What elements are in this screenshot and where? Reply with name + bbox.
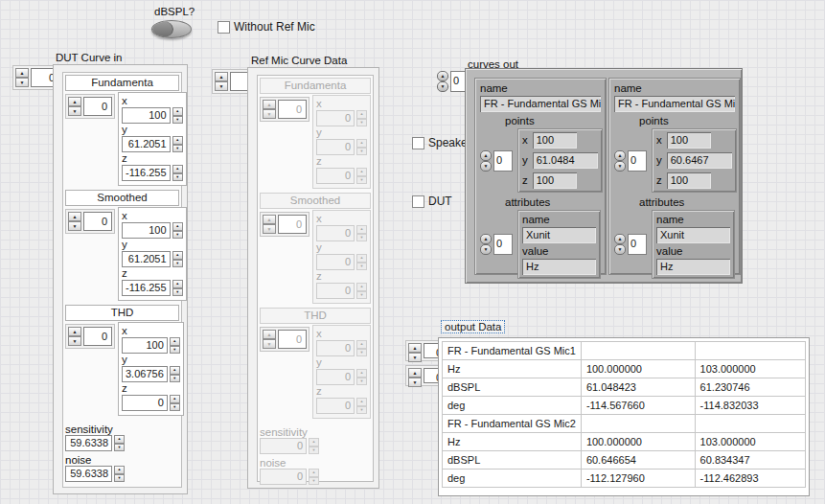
checkbox-unchecked-icon[interactable] (412, 137, 424, 149)
decrement-icon[interactable]: ▼ (614, 244, 626, 255)
index-value[interactable]: 0 (493, 150, 513, 172)
without-ref-mic-checkbox[interactable]: Without Ref Mic (218, 20, 315, 34)
decrement-icon[interactable]: ▼ (15, 78, 29, 87)
decrement-icon[interactable]: ▼ (114, 474, 125, 483)
increment-icon[interactable]: ▲ (172, 165, 183, 173)
decrement-icon[interactable]: ▼ (172, 288, 183, 297)
index-value[interactable]: 0 (83, 212, 112, 231)
table-row: deg-114.567660-114.832033 (443, 397, 806, 415)
increment-icon[interactable]: ▲ (480, 234, 492, 244)
decrement-icon[interactable]: ▼ (114, 444, 125, 452)
attributes-index[interactable]: ▲▼ 0 (614, 234, 647, 255)
decrement-icon[interactable]: ▼ (68, 336, 81, 346)
dut-thd-z[interactable]: 0▲▼ (122, 395, 180, 411)
increment-icon[interactable]: ▲ (68, 327, 81, 336)
dut-smoothed-x[interactable]: 100▲▼ (122, 222, 183, 239)
dut-fundamental-x[interactable]: 100▲▼ (122, 107, 183, 124)
points-index[interactable]: ▲▼ 0 (614, 150, 647, 172)
index-value[interactable]: 0 (493, 234, 513, 255)
index-value[interactable]: 0 (83, 97, 112, 116)
increment-icon: ▲ (356, 283, 367, 291)
decrement-icon[interactable]: ▼ (480, 161, 492, 172)
decrement-icon[interactable]: ▼ (480, 244, 492, 255)
decrement-icon[interactable]: ▼ (172, 231, 183, 240)
decrement-icon[interactable]: ▼ (437, 81, 448, 92)
decrement-icon[interactable]: ▼ (614, 161, 626, 172)
increment-icon[interactable]: ▲ (15, 68, 29, 78)
dbspl-toggle[interactable] (151, 20, 192, 38)
dut-fundamental-z[interactable]: -116.255▲▼ (122, 165, 183, 181)
dut-smoothed-index[interactable]: ▲▼ 0 (65, 209, 115, 234)
dut-checkbox[interactable]: DUT (412, 195, 452, 208)
x-label: x (656, 134, 662, 148)
decrement-icon[interactable]: ▼ (68, 221, 81, 231)
table-cell: Hz (443, 360, 582, 378)
decrement-icon[interactable]: ▼ (170, 403, 180, 412)
increment-icon[interactable]: ▲ (408, 368, 422, 378)
dut-thd-xyz-cluster: x 100▲▼ y 3.06756▲▼ z 0▲▼ (118, 322, 184, 416)
increment-icon[interactable]: ▲ (215, 72, 228, 81)
increment-icon: ▲ (356, 398, 367, 406)
y-label: y (316, 356, 367, 369)
output-data-table: FR - Fundamental GS Mic1 Hz100.000000103… (438, 337, 810, 496)
checkbox-unchecked-icon[interactable] (218, 21, 230, 34)
ref-smoothed-index: ▲▼ 0 (260, 212, 309, 237)
increment-icon[interactable]: ▲ (172, 222, 183, 231)
increment-icon[interactable]: ▲ (114, 435, 125, 444)
table-cell (695, 342, 805, 360)
dut-fundamental-index[interactable]: ▲▼ 0 (65, 94, 115, 119)
increment-icon[interactable]: ▲ (437, 71, 448, 81)
dut-curve-title: DUT Curve in (56, 52, 122, 63)
index-value[interactable]: 0 (628, 234, 647, 255)
table-cell: 100.000000 (581, 360, 695, 378)
increment-icon[interactable]: ▲ (614, 234, 626, 244)
decrement-icon[interactable]: ▼ (172, 145, 183, 153)
increment-icon[interactable]: ▲ (480, 150, 492, 161)
decrement-icon: ▼ (356, 119, 367, 127)
index-value[interactable]: 0 (83, 327, 112, 346)
increment-icon[interactable]: ▲ (68, 97, 81, 106)
dut-noise[interactable]: 59.6338▲▼ (65, 466, 125, 482)
increment-icon[interactable]: ▲ (170, 337, 180, 346)
increment-icon[interactable]: ▲ (172, 280, 183, 288)
checkbox-unchecked-icon[interactable] (412, 195, 424, 208)
ref-fundamental-y: 0▲▼ (316, 139, 367, 155)
attributes-index[interactable]: ▲▼ 0 (480, 234, 513, 255)
table-cell: -112.462893 (695, 470, 805, 488)
decrement-icon[interactable]: ▼ (408, 353, 422, 362)
decrement-icon[interactable]: ▼ (68, 106, 81, 116)
dut-thd-x[interactable]: 100▲▼ (122, 337, 180, 354)
dut-fundamental-y[interactable]: 61.2051▲▼ (122, 136, 183, 152)
increment-icon[interactable]: ▲ (170, 395, 180, 403)
speaker-checkbox[interactable]: Speaker (412, 136, 471, 149)
increment-icon[interactable]: ▲ (408, 343, 422, 353)
points-index[interactable]: ▲▼ 0 (480, 150, 513, 172)
ref-thd-z: 0▲▼ (316, 398, 367, 414)
dut-thd-index[interactable]: ▲▼ 0 (65, 324, 115, 349)
decrement-icon[interactable]: ▼ (172, 260, 183, 268)
decrement-icon[interactable]: ▼ (170, 375, 180, 383)
increment-icon[interactable]: ▲ (172, 136, 183, 145)
decrement-icon[interactable]: ▼ (172, 173, 183, 182)
dut-smoothed-y[interactable]: 61.2051▲▼ (122, 251, 183, 267)
decrement-icon[interactable]: ▼ (215, 81, 228, 91)
point-z-indicator: 100 (533, 172, 577, 189)
increment-icon[interactable]: ▲ (172, 251, 183, 260)
dut-thd-y[interactable]: 3.06756▲▼ (122, 366, 180, 382)
attr-name-label: name (656, 214, 730, 227)
increment-icon[interactable]: ▲ (170, 366, 180, 375)
increment-icon[interactable]: ▲ (172, 107, 183, 116)
decrement-icon[interactable]: ▼ (408, 378, 422, 387)
decrement-icon[interactable]: ▼ (170, 346, 180, 355)
index-value[interactable]: 0 (628, 150, 647, 172)
increment-icon[interactable]: ▲ (614, 150, 626, 161)
dut-sensitivity[interactable]: 59.6338▲▼ (65, 435, 125, 451)
ref-section-header-smoothed: Smoothed (260, 193, 371, 209)
table-cell: -114.567660 (581, 397, 695, 415)
increment-icon[interactable]: ▲ (68, 212, 81, 221)
dut-smoothed-z[interactable]: -116.255▲▼ (122, 280, 183, 296)
increment-icon[interactable]: ▲ (114, 466, 125, 474)
dut-fundamental-xyz-cluster: x 100▲▼ y 61.2051▲▼ z -116.255▲▼ (118, 92, 187, 186)
decrement-icon[interactable]: ▼ (172, 116, 183, 125)
table-cell: 103.000000 (695, 360, 805, 378)
